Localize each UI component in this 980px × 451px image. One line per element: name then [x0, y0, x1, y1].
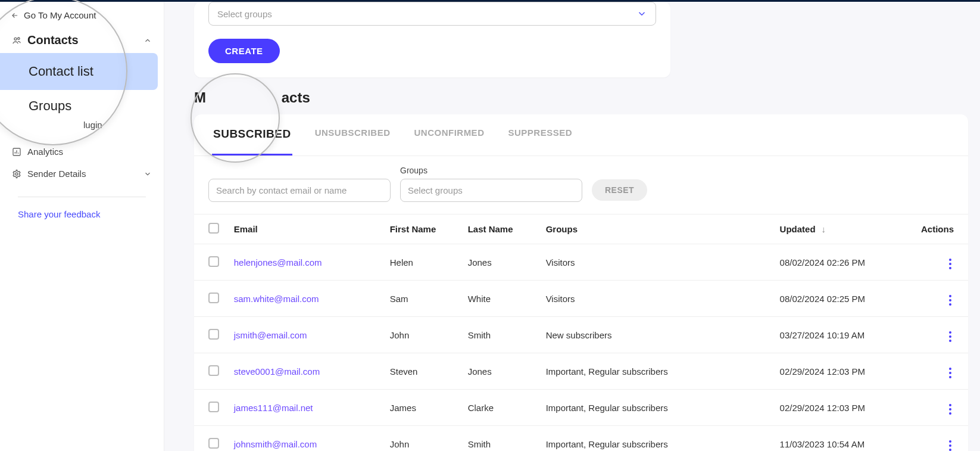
svg-point-0 [14, 38, 17, 40]
cell-groups: Visitors [540, 281, 774, 317]
reset-button[interactable]: RESET [592, 179, 647, 201]
nav-contacts[interactable]: Contacts [0, 27, 164, 53]
table-row: helenjones@mail.comHelenJonesVisitors08/… [194, 244, 968, 281]
row-actions-menu[interactable] [947, 438, 954, 451]
plugin-fragment-text: lugin [0, 120, 164, 130]
reset-button-label: RESET [605, 185, 634, 195]
cell-last-name: Jones [462, 353, 540, 390]
svg-point-1 [18, 38, 20, 39]
cell-updated: 02/29/2024 12:03 PM [774, 353, 910, 390]
go-to-account-link[interactable]: Go To My Account [0, 10, 164, 27]
cell-groups: Visitors [540, 244, 774, 281]
cell-first-name: John [384, 317, 462, 353]
cell-updated: 08/02/2024 02:25 PM [774, 281, 910, 317]
contact-email-link[interactable]: steve0001@mail.com [234, 366, 320, 377]
cell-updated: 11/03/2023 10:54 AM [774, 426, 910, 452]
tab-subscribed[interactable]: SUBSCRIBED [212, 114, 292, 155]
users-icon [12, 36, 21, 45]
nav-contact-list[interactable]: Contact list [0, 53, 158, 90]
nav-sender-details-label: Sender Details [27, 169, 86, 179]
arrow-left-icon [11, 11, 19, 20]
nav-groups[interactable]: Groups [0, 90, 164, 122]
tab-unsubscribed[interactable]: UNSUBSCRIBED [314, 114, 392, 155]
cell-groups: New subscribers [540, 317, 774, 353]
table-row: sam.white@mail.comSamWhiteVisitors08/02/… [194, 281, 968, 317]
groups-filter-label: Groups [400, 166, 582, 175]
svg-point-3 [15, 173, 18, 175]
nav-analytics[interactable]: Analytics [0, 141, 164, 163]
cell-first-name: James [384, 390, 462, 426]
back-link-label: Go To My Account [24, 10, 96, 20]
table-row: jsmith@email.comJohnSmithNew subscribers… [194, 317, 968, 353]
cell-updated: 02/29/2024 12:03 PM [774, 390, 910, 426]
create-groups-select[interactable]: Select groups [208, 2, 656, 26]
contact-email-link[interactable]: james111@mail.net [234, 403, 313, 413]
cell-last-name: White [462, 281, 540, 317]
contact-email-link[interactable]: sam.white@mail.com [234, 294, 319, 304]
row-checkbox[interactable] [208, 365, 219, 376]
status-tabs: SUBSCRIBED UNSUBSCRIBED UNCONFIRMED SUPP… [194, 114, 968, 156]
nav-sender-details[interactable]: Sender Details [0, 163, 164, 185]
cell-first-name: John [384, 426, 462, 452]
share-feedback-link[interactable]: Share your feedback [0, 209, 164, 219]
divider [18, 197, 146, 197]
chevron-down-icon [143, 170, 152, 178]
page-title: Manage contacts [194, 89, 968, 106]
create-button[interactable]: CREATE [208, 39, 280, 63]
nav-contacts-label: Contacts [27, 33, 79, 47]
nav-analytics-label: Analytics [27, 147, 63, 157]
nav-groups-label: Groups [29, 98, 71, 113]
cell-last-name: Jones [462, 244, 540, 281]
tab-unconfirmed[interactable]: UNCONFIRMED [413, 114, 485, 155]
contact-email-link[interactable]: jsmith@email.com [234, 330, 307, 340]
create-groups-placeholder: Select groups [217, 9, 272, 19]
th-first-name[interactable]: First Name [384, 214, 462, 244]
cell-first-name: Sam [384, 281, 462, 317]
contacts-table-card: SUBSCRIBED UNSUBSCRIBED UNCONFIRMED SUPP… [194, 114, 968, 451]
row-actions-menu[interactable] [947, 256, 954, 272]
cell-last-name: Smith [462, 426, 540, 452]
gear-icon [12, 169, 21, 179]
chevron-down-icon [636, 8, 647, 19]
select-all-checkbox[interactable] [208, 223, 219, 234]
chart-icon [12, 147, 21, 157]
table-row: steve0001@mail.comStevenJonesImportant, … [194, 353, 968, 390]
cell-updated: 08/02/2024 02:26 PM [774, 244, 910, 281]
row-checkbox[interactable] [208, 293, 219, 303]
sort-desc-icon: ↓ [822, 224, 826, 234]
row-actions-menu[interactable] [947, 402, 954, 417]
tab-suppressed[interactable]: SUPPRESSED [507, 114, 573, 155]
contact-email-link[interactable]: johnsmith@mail.com [234, 439, 317, 449]
th-email[interactable]: Email [228, 214, 384, 244]
contacts-table: Email First Name Last Name Groups Update… [194, 214, 968, 451]
cell-groups: Important, Regular subscribers [540, 426, 774, 452]
cell-first-name: Helen [384, 244, 462, 281]
nav-contact-list-label: Contact list [29, 64, 93, 79]
cell-last-name: Clarke [462, 390, 540, 426]
th-updated[interactable]: Updated↓ [774, 214, 910, 244]
th-groups[interactable]: Groups [540, 214, 774, 244]
chevron-up-icon [143, 36, 152, 45]
search-input[interactable] [208, 179, 391, 202]
cell-groups: Important, Regular subscribers [540, 390, 774, 426]
create-button-label: CREATE [225, 46, 263, 56]
row-checkbox[interactable] [208, 256, 219, 267]
table-row: johnsmith@mail.comJohnSmithImportant, Re… [194, 426, 968, 452]
feedback-label: Share your feedback [18, 209, 100, 219]
groups-filter-select[interactable] [400, 179, 582, 202]
row-checkbox[interactable] [208, 402, 219, 412]
row-actions-menu[interactable] [947, 329, 954, 344]
cell-groups: Important, Regular subscribers [540, 353, 774, 390]
row-checkbox[interactable] [208, 438, 219, 449]
row-checkbox[interactable] [208, 329, 219, 340]
th-last-name[interactable]: Last Name [462, 214, 540, 244]
cell-first-name: Steven [384, 353, 462, 390]
table-row: james111@mail.netJamesClarkeImportant, R… [194, 390, 968, 426]
cell-updated: 03/27/2024 10:19 AM [774, 317, 910, 353]
contact-email-link[interactable]: helenjones@mail.com [234, 257, 322, 268]
row-actions-menu[interactable] [947, 365, 954, 381]
th-actions: Actions [910, 214, 968, 244]
create-contact-panel: Select groups CREATE [194, 2, 670, 77]
row-actions-menu[interactable] [947, 293, 954, 308]
cell-last-name: Smith [462, 317, 540, 353]
